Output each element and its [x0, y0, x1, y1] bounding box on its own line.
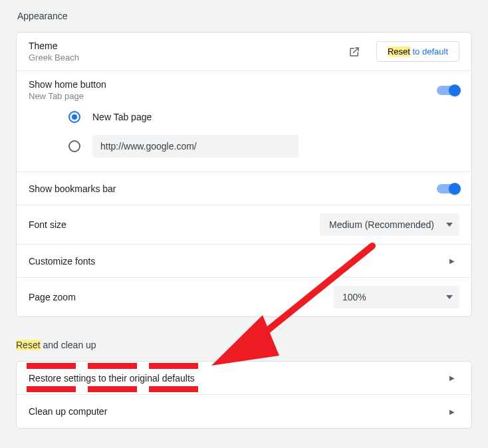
cleanup-row[interactable]: Clean up computer — [17, 395, 471, 428]
reset-card: Restore settings to their original defau… — [16, 361, 472, 429]
font-size-dropdown[interactable]: Medium (Recommended) — [320, 213, 459, 236]
theme-row: Theme Greek Beach Reset to default — [17, 33, 471, 71]
reset-title-highlight: Reset — [16, 340, 41, 350]
reset-title-rest: and clean up — [41, 340, 96, 350]
chevron-right-icon — [445, 404, 459, 419]
reset-rest: to default — [410, 47, 448, 56]
restore-defaults-row[interactable]: Restore settings to their original defau… — [17, 362, 471, 395]
bookmarks-toggle[interactable] — [437, 184, 459, 193]
appearance-card: Theme Greek Beach Reset to default Show … — [16, 32, 472, 317]
chevron-right-icon — [445, 371, 459, 386]
chevron-right-icon — [445, 254, 459, 269]
cleanup-label: Clean up computer — [29, 406, 445, 417]
font-size-row: Font size Medium (Recommended) — [17, 205, 471, 245]
home-radio-group: New Tab page — [29, 101, 459, 165]
page-zoom-label: Page zoom — [29, 292, 333, 302]
chevron-down-icon — [446, 223, 453, 227]
theme-label: Theme — [29, 41, 348, 51]
reset-section: Reset and clean up Restore settings to t… — [16, 340, 472, 429]
font-size-label: Font size — [29, 219, 320, 230]
restore-defaults-label: Restore settings to their original defau… — [29, 373, 445, 384]
page-zoom-row: Page zoom 100% — [17, 278, 471, 316]
open-in-new-icon[interactable] — [348, 46, 360, 58]
section-title-reset: Reset and clean up — [16, 340, 472, 350]
home-radio-newtab-label: New Tab page — [92, 112, 152, 122]
customize-fonts-row[interactable]: Customize fonts — [17, 245, 471, 278]
show-home-toggle[interactable] — [437, 86, 459, 95]
home-radio-newtab[interactable] — [68, 111, 80, 123]
page-zoom-dropdown[interactable]: 100% — [333, 286, 459, 308]
customize-fonts-label: Customize fonts — [29, 256, 445, 267]
section-title-appearance: Appearance — [17, 11, 472, 21]
bookmarks-row: Show bookmarks bar — [17, 172, 471, 205]
show-home-sublabel: New Tab page — [29, 91, 437, 101]
home-url-input[interactable] — [92, 135, 299, 158]
page-zoom-value: 100% — [342, 292, 366, 302]
font-size-value: Medium (Recommended) — [329, 219, 434, 230]
show-home-label: Show home button — [29, 79, 437, 90]
reset-highlight: Reset — [388, 47, 410, 56]
theme-value: Greek Beach — [29, 53, 348, 62]
chevron-down-icon — [446, 295, 453, 299]
reset-to-default-button[interactable]: Reset to default — [376, 41, 459, 62]
bookmarks-label: Show bookmarks bar — [29, 183, 437, 194]
home-radio-custom[interactable] — [68, 140, 80, 152]
show-home-row: Show home button New Tab page New Tab pa… — [17, 71, 471, 172]
